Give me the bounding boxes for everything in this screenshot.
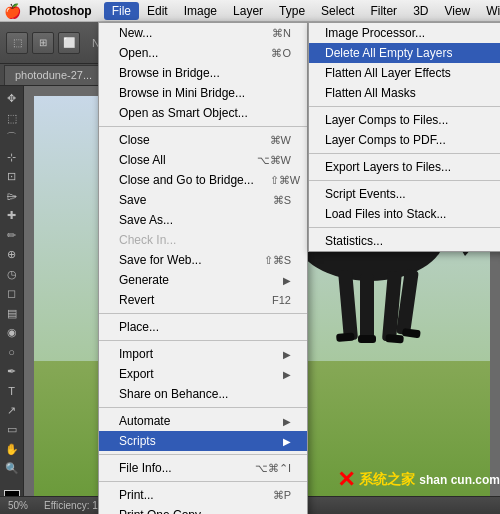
tool-marquee[interactable]: ⬚ [2, 109, 22, 126]
submenu-flatten-layer-effects-label: Flatten All Layer Effects [325, 66, 451, 80]
menu-browse-bridge[interactable]: Browse in Bridge... [99, 63, 307, 83]
tool-history[interactable]: ◷ [2, 265, 22, 282]
menu-close-bridge[interactable]: Close and Go to Bridge... ⇧⌘W [99, 170, 307, 190]
layer-menu-item[interactable]: Layer [225, 2, 271, 20]
menu-export-arrow: ▶ [283, 369, 291, 380]
menu-scripts-label: Scripts [119, 434, 156, 448]
menu-import[interactable]: Import ▶ [99, 344, 307, 364]
file-menu-item[interactable]: File [104, 2, 139, 20]
menu-save-shortcut: ⌘S [273, 194, 291, 207]
menu-save-web[interactable]: Save for Web... ⇧⌘S [99, 250, 307, 270]
submenu-flatten-masks[interactable]: Flatten All Masks [309, 83, 500, 103]
tool-zoom[interactable]: 🔍 [2, 460, 22, 477]
tool-brush[interactable]: ✏ [2, 226, 22, 243]
menu-share-behance-label: Share on Behance... [119, 387, 228, 401]
menu-automate-label: Automate [119, 414, 170, 428]
submenu-load-files-stack[interactable]: Load Files into Stack... [309, 204, 500, 224]
apple-menu[interactable]: 🍎 [4, 3, 21, 19]
menu-revert[interactable]: Revert F12 [99, 290, 307, 310]
tool-heal[interactable]: ✚ [2, 207, 22, 224]
tab-label: photodune-27... [15, 69, 92, 81]
menu-new[interactable]: New... ⌘N [99, 23, 307, 43]
submenu-layer-comps-pdf-label: Layer Comps to PDF... [325, 133, 446, 147]
tool-pen[interactable]: ✒ [2, 363, 22, 380]
submenu-separator-3 [309, 180, 500, 181]
menu-save-as[interactable]: Save As... [99, 210, 307, 230]
tool-hand[interactable]: ✋ [2, 441, 22, 458]
tool-type[interactable]: T [2, 382, 22, 399]
separator-5 [99, 454, 307, 455]
menu-open[interactable]: Open... ⌘O [99, 43, 307, 63]
type-menu-item[interactable]: Type [271, 2, 313, 20]
submenu-separator-2 [309, 153, 500, 154]
submenu-script-events[interactable]: Script Events... [309, 184, 500, 204]
app-name: Photoshop [29, 4, 92, 18]
tool-btn-2[interactable]: ⊞ [32, 32, 54, 54]
filter-menu-item[interactable]: Filter [362, 2, 405, 20]
menu-browse-mini-bridge[interactable]: Browse in Mini Bridge... [99, 83, 307, 103]
submenu-layer-comps-files[interactable]: Layer Comps to Files... [309, 110, 500, 130]
submenu-separator-4 [309, 227, 500, 228]
tool-gradient[interactable]: ▤ [2, 304, 22, 321]
tool-btn-1[interactable]: ⬚ [6, 32, 28, 54]
menu-place[interactable]: Place... [99, 317, 307, 337]
menu-print-one[interactable]: Print One Copy [99, 505, 307, 514]
submenu-delete-empty-layers[interactable]: Delete All Empty Layers [309, 43, 500, 63]
menu-open-label: Open... [119, 46, 158, 60]
submenu-statistics[interactable]: Statistics... [309, 231, 500, 251]
menu-revert-shortcut: F12 [272, 294, 291, 306]
menu-generate-label: Generate [119, 273, 169, 287]
menu-share-behance[interactable]: Share on Behance... [99, 384, 307, 404]
menu-generate[interactable]: Generate ▶ [99, 270, 307, 290]
image-menu-item[interactable]: Image [176, 2, 225, 20]
tool-clone[interactable]: ⊕ [2, 246, 22, 263]
submenu-image-processor-label: Image Processor... [325, 26, 425, 40]
submenu-image-processor[interactable]: Image Processor... [309, 23, 500, 43]
tool-eyedropper[interactable]: ⌲ [2, 187, 22, 204]
left-tools-panel: ✥ ⬚ ⌒ ⊹ ⊡ ⌲ ✚ ✏ ⊕ ◷ ◻ ▤ ◉ ○ ✒ T ↗ ▭ ✋ 🔍 [0, 86, 24, 513]
menu-export[interactable]: Export ▶ [99, 364, 307, 384]
menu-scripts[interactable]: Scripts ▶ [99, 431, 307, 451]
submenu-flatten-masks-label: Flatten All Masks [325, 86, 416, 100]
window-menu-item[interactable]: Window [478, 2, 500, 20]
menu-print-one-label: Print One Copy [119, 508, 201, 514]
submenu-layer-comps-pdf[interactable]: Layer Comps to PDF... [309, 130, 500, 150]
view-menu-item[interactable]: View [436, 2, 478, 20]
tool-eraser[interactable]: ◻ [2, 285, 22, 302]
menu-save[interactable]: Save ⌘S [99, 190, 307, 210]
menu-close-all-label: Close All [119, 153, 166, 167]
tool-shape[interactable]: ▭ [2, 421, 22, 438]
submenu-delete-empty-layers-label: Delete All Empty Layers [325, 46, 452, 60]
submenu-script-events-label: Script Events... [325, 187, 406, 201]
tool-lasso[interactable]: ⌒ [2, 129, 22, 146]
svg-rect-4 [360, 274, 374, 342]
tool-move[interactable]: ✥ [2, 90, 22, 107]
menu-open-smart[interactable]: Open as Smart Object... [99, 103, 307, 123]
menu-print[interactable]: Print... ⌘P [99, 485, 307, 505]
menu-bar: 🍎 Photoshop File Edit Image Layer Type S… [0, 0, 500, 22]
separator-2 [99, 313, 307, 314]
submenu-statistics-label: Statistics... [325, 234, 383, 248]
menu-automate[interactable]: Automate ▶ [99, 411, 307, 431]
tool-path[interactable]: ↗ [2, 402, 22, 419]
separator-4 [99, 407, 307, 408]
select-menu-item[interactable]: Select [313, 2, 362, 20]
menu-print-label: Print... [119, 488, 154, 502]
menu-close[interactable]: Close ⌘W [99, 130, 307, 150]
tool-dodge[interactable]: ○ [2, 343, 22, 360]
svg-rect-7 [336, 332, 355, 342]
threed-menu-item[interactable]: 3D [405, 2, 436, 20]
tool-btn-3[interactable]: ⬜ [58, 32, 80, 54]
menu-scripts-arrow: ▶ [283, 436, 291, 447]
tool-crop[interactable]: ⊡ [2, 168, 22, 185]
submenu-flatten-layer-effects[interactable]: Flatten All Layer Effects [309, 63, 500, 83]
menu-close-all[interactable]: Close All ⌥⌘W [99, 150, 307, 170]
zoom-level: 50% [8, 500, 28, 511]
menu-browse-bridge-label: Browse in Bridge... [119, 66, 220, 80]
tool-blur[interactable]: ◉ [2, 324, 22, 341]
tool-magic-wand[interactable]: ⊹ [2, 148, 22, 165]
file-dropdown-menu: New... ⌘N Open... ⌘O Browse in Bridge...… [98, 22, 308, 514]
edit-menu-item[interactable]: Edit [139, 2, 176, 20]
menu-file-info[interactable]: File Info... ⌥⌘⌃I [99, 458, 307, 478]
submenu-export-layers-files[interactable]: Export Layers to Files... [309, 157, 500, 177]
